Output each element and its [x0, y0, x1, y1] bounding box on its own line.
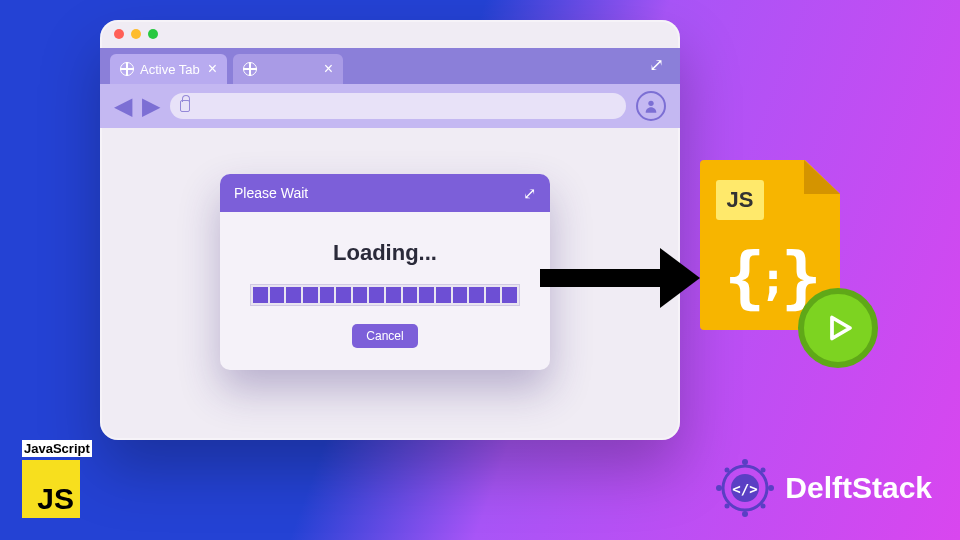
progress-segment — [453, 287, 468, 303]
tab-bar: Active Tab × × ⤢ — [100, 48, 680, 84]
svg-point-5 — [768, 485, 774, 491]
tab-active[interactable]: Active Tab × — [110, 54, 227, 84]
dialog-title: Please Wait — [234, 185, 308, 201]
user-icon — [643, 98, 659, 114]
minimize-dot[interactable] — [131, 29, 141, 39]
expand-icon[interactable]: ⤢ — [523, 184, 536, 203]
lock-icon — [180, 100, 190, 112]
svg-point-6 — [725, 468, 730, 473]
svg-point-7 — [761, 468, 766, 473]
progress-segment — [403, 287, 418, 303]
expand-icon[interactable]: ⤢ — [649, 54, 664, 76]
arrow-graphic — [540, 258, 700, 298]
cancel-button[interactable]: Cancel — [352, 324, 417, 348]
progress-segment — [253, 287, 268, 303]
progress-segment — [486, 287, 501, 303]
progress-segment — [502, 287, 517, 303]
progress-segment — [369, 287, 384, 303]
play-button[interactable] — [798, 288, 878, 368]
close-tab-icon[interactable]: × — [324, 61, 333, 77]
progress-segment — [469, 287, 484, 303]
tab-inactive[interactable]: × — [233, 54, 343, 84]
back-button[interactable]: ◀ — [114, 92, 132, 120]
arrow-head-icon — [660, 248, 700, 308]
dialog-header: Please Wait ⤢ — [220, 174, 550, 212]
maximize-dot[interactable] — [148, 29, 158, 39]
tab-label: Active Tab — [140, 62, 200, 77]
address-bar[interactable] — [170, 93, 626, 119]
loading-dialog: Please Wait ⤢ Loading... Cancel — [220, 174, 550, 370]
svg-point-8 — [725, 504, 730, 509]
svg-point-9 — [761, 504, 766, 509]
close-dot[interactable] — [114, 29, 124, 39]
svg-text:</>: </> — [733, 481, 758, 497]
svg-point-3 — [742, 511, 748, 517]
svg-point-2 — [742, 459, 748, 465]
user-button[interactable] — [636, 91, 666, 121]
titlebar — [100, 20, 680, 48]
progress-segment — [320, 287, 335, 303]
js-logo-label: JavaScript — [22, 440, 92, 457]
progress-segment — [436, 287, 451, 303]
svg-point-4 — [716, 485, 722, 491]
js-logo-box: JS — [22, 460, 80, 518]
js-badge: JS — [716, 180, 764, 220]
svg-point-0 — [648, 101, 653, 106]
progress-segment — [353, 287, 368, 303]
dialog-body: Loading... Cancel — [220, 212, 550, 370]
progress-segment — [286, 287, 301, 303]
progress-segment — [270, 287, 285, 303]
loading-label: Loading... — [250, 240, 520, 266]
browser-window: Active Tab × × ⤢ ◀ ▶ Please Wait ⤢ Loadi… — [100, 20, 680, 440]
toolbar: ◀ ▶ — [100, 84, 680, 128]
progress-segment — [303, 287, 318, 303]
progress-segment — [386, 287, 401, 303]
brand-name: DelftStack — [785, 471, 932, 505]
globe-icon — [243, 62, 257, 76]
delftstack-brand: </> DelftStack — [713, 456, 932, 520]
play-icon — [820, 310, 856, 346]
delftstack-badge-icon: </> — [713, 456, 777, 520]
progress-bar — [250, 284, 520, 306]
javascript-logo: JavaScript JS — [22, 439, 104, 518]
forward-button[interactable]: ▶ — [142, 92, 160, 120]
arrow-shaft — [540, 269, 660, 287]
progress-segment — [419, 287, 434, 303]
close-tab-icon[interactable]: × — [208, 61, 217, 77]
globe-icon — [120, 62, 134, 76]
progress-segment — [336, 287, 351, 303]
